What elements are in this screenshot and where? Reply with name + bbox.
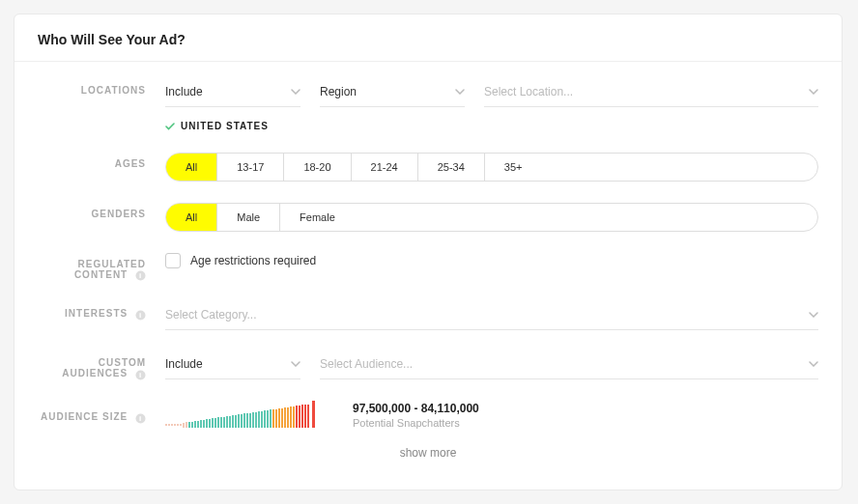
gender-pill-all[interactable]: All bbox=[166, 204, 217, 231]
audience-size-label: AUDIENCE SIZE i bbox=[38, 406, 146, 423]
age-pill-21-24[interactable]: 21-24 bbox=[352, 154, 418, 181]
locations-scope-value: Region bbox=[320, 85, 357, 98]
check-icon bbox=[165, 123, 175, 130]
locations-mode-value: Include bbox=[165, 85, 203, 98]
locations-search-select[interactable]: Select Location... bbox=[484, 79, 818, 107]
interests-label: INTERESTS i bbox=[38, 302, 146, 320]
svg-text:i: i bbox=[139, 414, 142, 423]
genders-row: GENDERS All Male Female bbox=[38, 203, 818, 232]
svg-text:i: i bbox=[139, 371, 142, 379]
genders-pill-group: All Male Female bbox=[165, 203, 818, 232]
audience-size-range: 97,500,000 - 84,110,000 bbox=[353, 402, 479, 415]
custom-audiences-label-text: CUSTOM AUDIENCES bbox=[62, 357, 146, 378]
card-title: Who Will See Your Ad? bbox=[14, 14, 842, 62]
locations-search-placeholder: Select Location... bbox=[484, 85, 573, 98]
interests-label-text: INTERESTS bbox=[65, 308, 128, 319]
age-restrictions-checkbox[interactable] bbox=[165, 253, 181, 268]
info-icon[interactable]: i bbox=[135, 309, 146, 320]
regulated-label: REGULATED CONTENT i bbox=[38, 253, 146, 281]
ad-targeting-card: Who Will See Your Ad? LOCATIONS Include … bbox=[14, 14, 843, 490]
genders-label: GENDERS bbox=[38, 203, 146, 219]
custom-audiences-select[interactable]: Select Audience... bbox=[320, 351, 818, 379]
regulated-row: REGULATED CONTENT i Age restrictions req… bbox=[38, 253, 818, 281]
locations-selected-label: UNITED STATES bbox=[181, 121, 269, 131]
svg-text:i: i bbox=[139, 311, 142, 320]
age-pill-13-17[interactable]: 13-17 bbox=[217, 154, 284, 181]
ages-label: AGES bbox=[38, 153, 146, 169]
chevron-down-icon bbox=[809, 89, 818, 95]
chevron-down-icon bbox=[291, 361, 300, 367]
card-content: LOCATIONS Include Region Select Location… bbox=[14, 62, 842, 460]
chevron-down-icon bbox=[455, 89, 465, 95]
svg-text:i: i bbox=[139, 271, 142, 280]
custom-audiences-row: CUSTOM AUDIENCES i Include Select Audien… bbox=[38, 351, 818, 379]
ages-pill-group: All 13-17 18-20 21-24 25-34 35+ bbox=[165, 153, 818, 182]
custom-audiences-mode-value: Include bbox=[165, 357, 203, 371]
gender-pill-male[interactable]: Male bbox=[217, 204, 280, 231]
age-pill-25-34[interactable]: 25-34 bbox=[418, 154, 485, 181]
audience-size-sub: Potential Snapchatters bbox=[353, 417, 479, 429]
audience-size-label-text: AUDIENCE SIZE bbox=[41, 411, 128, 422]
custom-audiences-label: CUSTOM AUDIENCES i bbox=[38, 351, 146, 379]
locations-scope-select[interactable]: Region bbox=[320, 79, 465, 107]
custom-audiences-placeholder: Select Audience... bbox=[320, 357, 413, 371]
chevron-down-icon bbox=[809, 312, 818, 318]
age-pill-35plus[interactable]: 35+ bbox=[485, 154, 542, 181]
age-pill-all[interactable]: All bbox=[166, 154, 217, 181]
interests-row: INTERESTS i Select Category... bbox=[38, 302, 818, 330]
locations-selected-chip[interactable]: UNITED STATES bbox=[165, 121, 818, 131]
age-pill-18-20[interactable]: 18-20 bbox=[284, 154, 351, 181]
ages-row: AGES All 13-17 18-20 21-24 25-34 35+ bbox=[38, 153, 818, 182]
interests-placeholder: Select Category... bbox=[165, 308, 257, 322]
chevron-down-icon bbox=[291, 89, 300, 95]
custom-audiences-mode-select[interactable]: Include bbox=[165, 351, 300, 379]
audience-size-meter bbox=[165, 403, 320, 428]
interests-select[interactable]: Select Category... bbox=[165, 302, 818, 330]
chevron-down-icon bbox=[809, 361, 818, 367]
info-icon[interactable]: i bbox=[135, 369, 146, 379]
info-icon[interactable]: i bbox=[135, 269, 146, 280]
age-restrictions-label: Age restrictions required bbox=[190, 254, 316, 267]
locations-row: LOCATIONS Include Region Select Location… bbox=[38, 79, 818, 131]
gender-pill-female[interactable]: Female bbox=[280, 204, 355, 231]
locations-mode-select[interactable]: Include bbox=[165, 79, 300, 107]
audience-size-row: AUDIENCE SIZE i 97,500,000 - 84,110,000 … bbox=[38, 402, 818, 429]
show-more-link[interactable]: show more bbox=[38, 446, 818, 460]
info-icon[interactable]: i bbox=[135, 412, 146, 423]
locations-label: LOCATIONS bbox=[38, 79, 146, 96]
